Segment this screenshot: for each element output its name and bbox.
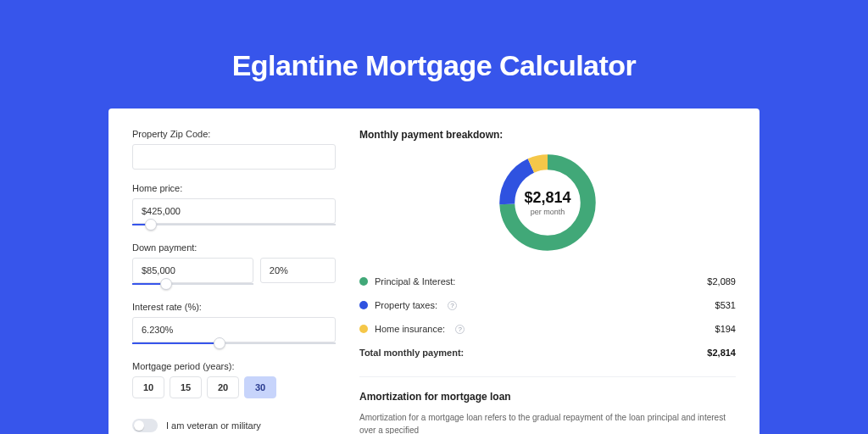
zip-label: Property Zip Code:: [132, 129, 336, 139]
legend-value: $531: [715, 300, 736, 310]
zip-field-group: Property Zip Code:: [132, 129, 336, 170]
legend-list: Principal & Interest:$2,089Property taxe…: [359, 270, 736, 341]
legend-total-row: Total monthly payment: $2,814: [359, 341, 736, 364]
down-payment-percent-input[interactable]: [260, 258, 336, 283]
donut-total-amount: $2,814: [524, 189, 570, 207]
slider-thumb[interactable]: [214, 337, 225, 349]
amortization-section: Amortization for mortgage loan Amortizat…: [359, 391, 736, 434]
form-column: Property Zip Code: Home price: Down paym…: [132, 129, 336, 434]
veteran-toggle[interactable]: [132, 419, 158, 432]
legend-swatch: [359, 277, 368, 286]
interest-rate-label: Interest rate (%):: [132, 302, 336, 312]
amortization-body: Amortization for a mortgage loan refers …: [359, 411, 736, 434]
veteran-row: I am veteran or military: [132, 419, 336, 432]
info-icon[interactable]: ?: [448, 301, 457, 310]
down-payment-row: [132, 258, 336, 302]
mortgage-period-field-group: Mortgage period (years): 10152030: [132, 361, 336, 398]
interest-rate-input[interactable]: [132, 317, 336, 342]
mortgage-period-options: 10152030: [132, 376, 336, 398]
legend-swatch: [359, 301, 368, 309]
interest-rate-field-group: Interest rate (%):: [132, 302, 336, 344]
legend-label: Property taxes:: [375, 300, 437, 310]
breakdown-title: Monthly payment breakdown:: [359, 129, 736, 141]
down-payment-percent-group: [260, 258, 336, 288]
down-payment-slider[interactable]: [132, 283, 253, 285]
zip-input[interactable]: [132, 144, 336, 170]
home-price-slider[interactable]: [132, 224, 336, 225]
down-payment-amount-input[interactable]: [132, 258, 253, 283]
home-price-label: Home price:: [132, 183, 336, 193]
toggle-knob: [134, 420, 144, 431]
home-price-field-group: Home price:: [132, 183, 336, 225]
slider-thumb[interactable]: [160, 278, 172, 290]
info-icon[interactable]: ?: [455, 325, 465, 334]
legend-row-home_insurance: Home insurance:?$194: [359, 317, 736, 341]
breakdown-section: Monthly payment breakdown: $2,814 per mo…: [359, 129, 736, 377]
donut-center: $2,814 per month: [494, 149, 601, 256]
page-title: Eglantine Mortgage Calculator: [0, 0, 868, 82]
legend-row-principal_interest: Principal & Interest:$2,089: [359, 270, 736, 293]
down-payment-label: Down payment:: [132, 242, 336, 253]
results-column: Monthly payment breakdown: $2,814 per mo…: [359, 129, 736, 434]
donut-chart: $2,814 per month: [494, 149, 601, 256]
calculator-card: Property Zip Code: Home price: Down paym…: [108, 108, 760, 434]
legend-value: $194: [715, 324, 736, 334]
donut-chart-wrap: $2,814 per month: [359, 141, 736, 270]
mortgage-period-option-20[interactable]: 20: [207, 376, 239, 398]
legend-swatch: [359, 325, 368, 333]
legend-label: Principal & Interest:: [375, 276, 455, 287]
donut-per-label: per month: [531, 208, 565, 216]
mortgage-period-option-10[interactable]: 10: [132, 376, 164, 398]
slider-track-fill: [132, 342, 220, 344]
legend-value: $2,089: [707, 276, 736, 287]
mortgage-period-option-15[interactable]: 15: [170, 376, 202, 398]
amortization-title: Amortization for mortgage loan: [359, 391, 736, 403]
veteran-label: I am veteran or military: [166, 420, 261, 431]
legend-row-property_taxes: Property taxes:?$531: [359, 293, 736, 317]
home-price-input[interactable]: [132, 198, 336, 224]
legend-total-label: Total monthly payment:: [359, 348, 464, 358]
down-payment-amount-group: [132, 258, 253, 285]
legend-label: Home insurance:: [375, 324, 445, 334]
mortgage-period-option-30[interactable]: 30: [244, 376, 276, 398]
mortgage-period-label: Mortgage period (years):: [132, 361, 336, 371]
slider-thumb[interactable]: [145, 219, 157, 231]
interest-rate-slider[interactable]: [132, 342, 336, 344]
legend-total-value: $2,814: [707, 348, 736, 358]
